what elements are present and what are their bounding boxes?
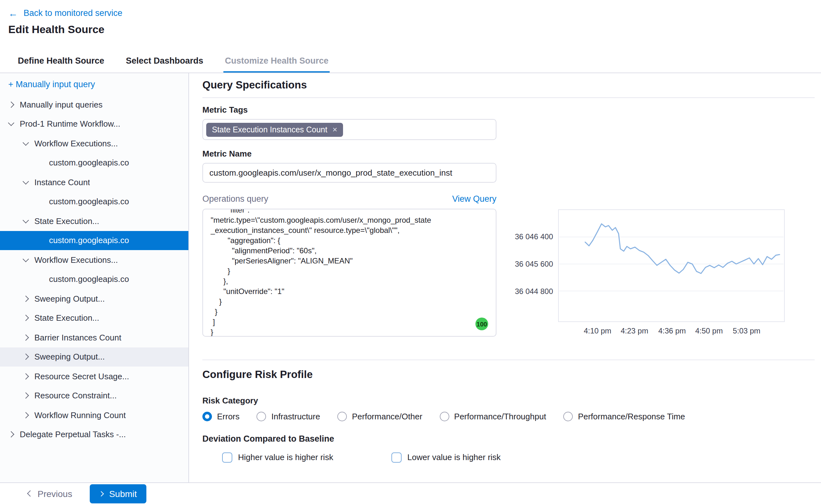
- chevron-right-icon[interactable]: [23, 373, 29, 380]
- metric-preview-chart: 36 046 40036 045 60036 044 800 4:10 pm4:…: [507, 209, 785, 322]
- configure-risk-profile-heading: Configure Risk Profile: [202, 368, 815, 382]
- checkbox-label: Lower value is higher risk: [407, 452, 501, 462]
- chart-x-axis: 4:10 pm4:23 pm4:36 pm4:50 pm5:03 pm: [559, 326, 784, 337]
- chevron-right-icon[interactable]: [23, 412, 29, 418]
- page-header: ← Back to monitored service Edit Health …: [0, 0, 821, 38]
- tree-item-label: Workflow Running Count: [34, 410, 126, 420]
- tree-item-label: custom.googleapis.co: [49, 275, 129, 284]
- radio-icon[interactable]: [257, 412, 266, 421]
- metric-tag-chip-label: State Execution Instances Count: [212, 125, 327, 134]
- radio-icon[interactable]: [202, 412, 212, 421]
- view-query-link[interactable]: View Query: [452, 194, 496, 204]
- section-divider: [202, 97, 815, 98]
- tree-item-label: Manually input queries: [20, 100, 102, 109]
- tree-item-state-execution-11[interactable]: State Execution...: [0, 308, 188, 328]
- operations-query-editor[interactable]: "filter": "metric.type=\"custom.googleap…: [202, 209, 496, 337]
- radio-label: Performance/Throughput: [454, 412, 546, 421]
- metric-line-chart: [559, 210, 784, 321]
- radio-label: Infrastructure: [271, 412, 320, 421]
- tree-item-custom-googleapis-co-9[interactable]: custom.googleapis.co: [0, 269, 188, 289]
- chevron-right-icon[interactable]: [8, 431, 14, 438]
- risk-category-performance-other[interactable]: Performance/Other: [337, 412, 422, 421]
- tree-item-workflow-running-count-16[interactable]: Workflow Running Count: [0, 405, 188, 425]
- tree-item-label: Sweeping Output...: [34, 352, 105, 362]
- metric-tags-label: Metric Tags: [202, 105, 815, 115]
- tree-item-sweeping-output-13[interactable]: Sweeping Output...: [0, 347, 188, 367]
- x-axis-tick-label: 4:36 pm: [658, 326, 686, 335]
- checkbox-icon[interactable]: [391, 452, 402, 462]
- x-axis-tick-label: 5:03 pm: [733, 326, 761, 335]
- operations-query-label: Operations query: [202, 194, 268, 204]
- y-axis-tick-label: 36 045 600: [515, 260, 553, 269]
- back-to-monitored-service-link[interactable]: ← Back to monitored service: [8, 7, 123, 18]
- chevron-right-icon[interactable]: [23, 393, 29, 399]
- manually-input-query-link[interactable]: + Manually input query: [0, 73, 188, 95]
- chevron-right-icon[interactable]: [23, 334, 29, 341]
- tree-item-label: custom.googleapis.co: [49, 236, 129, 245]
- metric-name-input[interactable]: [202, 163, 496, 183]
- tree-item-state-execution-6[interactable]: State Execution...: [0, 211, 188, 231]
- chevron-right-icon[interactable]: [23, 315, 29, 321]
- back-arrow-icon: ←: [8, 8, 18, 17]
- chevron-right-icon[interactable]: [8, 101, 14, 108]
- radio-icon[interactable]: [337, 412, 347, 421]
- deviation-higher-value-is-higher-risk[interactable]: Higher value is higher risk: [222, 452, 391, 462]
- radio-label: Performance/Other: [352, 412, 422, 421]
- tab-define-health-source[interactable]: Define Health Source: [17, 50, 106, 73]
- submit-button[interactable]: Submit: [90, 484, 146, 503]
- tree-item-sweeping-output-10[interactable]: Sweeping Output...: [0, 289, 188, 308]
- chevron-down-icon[interactable]: [8, 120, 14, 126]
- x-axis-tick-label: 4:23 pm: [621, 326, 648, 335]
- risk-category-label: Risk Category: [202, 396, 815, 406]
- risk-category-performance-response-time[interactable]: Performance/Response Time: [563, 412, 685, 421]
- chevron-down-icon[interactable]: [23, 217, 29, 223]
- tree-item-delegate-perpetual-tasks-17[interactable]: Delegate Perpetual Tasks -...: [0, 425, 188, 444]
- tree-item-resource-secret-usage-14[interactable]: Resource Secret Usage...: [0, 367, 188, 386]
- metric-tags-input[interactable]: State Execution Instances Count ×: [202, 119, 496, 140]
- x-axis-tick-label: 4:10 pm: [584, 326, 611, 335]
- tab-select-dashboards[interactable]: Select Dashboards: [125, 50, 205, 73]
- radio-icon[interactable]: [439, 412, 449, 421]
- edit-health-source-page: ← Back to monitored service Edit Health …: [0, 0, 821, 504]
- tree-item-custom-googleapis-co-3[interactable]: custom.googleapis.co: [0, 153, 188, 172]
- metric-name-label: Metric Name: [202, 149, 815, 158]
- previous-button[interactable]: Previous: [28, 488, 72, 499]
- radio-label: Errors: [217, 412, 240, 421]
- checkbox-icon[interactable]: [222, 452, 232, 462]
- tree-item-custom-googleapis-co-5[interactable]: custom.googleapis.co: [0, 192, 188, 211]
- tree-item-barrier-instances-count-12[interactable]: Barrier Instances Count: [0, 328, 188, 347]
- tree-item-resource-constraint-15[interactable]: Resource Constraint...: [0, 386, 188, 405]
- operations-query-row: Operations query View Query: [202, 193, 496, 204]
- tree-item-manually-input-queries-0[interactable]: Manually input queries: [0, 95, 188, 114]
- chevron-left-icon: [27, 490, 33, 497]
- deviation-lower-value-is-higher-risk[interactable]: Lower value is higher risk: [391, 452, 501, 462]
- metric-tag-chip[interactable]: State Execution Instances Count ×: [206, 123, 343, 137]
- radio-icon[interactable]: [563, 412, 573, 421]
- tree-item-instance-count-4[interactable]: Instance Count: [0, 172, 188, 192]
- tree-item-workflow-executions-2[interactable]: Workflow Executions...: [0, 134, 188, 153]
- page-body: + Manually input query Manually input qu…: [0, 73, 821, 482]
- risk-category-performance-throughput[interactable]: Performance/Throughput: [439, 412, 546, 421]
- footer-bar: Previous Submit: [0, 482, 821, 504]
- risk-category-errors[interactable]: Errors: [202, 412, 240, 421]
- tree-item-prod-1-runtime-workflow-1[interactable]: Prod-1 Runtime Workflow...: [0, 114, 188, 134]
- tree-item-label: Sweeping Output...: [34, 294, 105, 304]
- tab-customize-health-source[interactable]: Customize Health Source: [224, 50, 330, 73]
- radio-label: Performance/Response Time: [578, 412, 685, 421]
- chevron-right-icon[interactable]: [23, 296, 29, 302]
- tree-item-workflow-executions-8[interactable]: Workflow Executions...: [0, 250, 188, 269]
- chevron-down-icon[interactable]: [23, 178, 29, 185]
- y-axis-tick-label: 36 046 400: [515, 232, 553, 241]
- chart-plot-area: 4:10 pm4:23 pm4:36 pm4:50 pm5:03 pm: [558, 209, 785, 322]
- tree-item-label: custom.googleapis.co: [49, 158, 129, 168]
- chevron-right-icon[interactable]: [23, 354, 29, 360]
- tree-item-custom-googleapis-co-7[interactable]: custom.googleapis.co: [0, 231, 188, 250]
- chip-close-icon[interactable]: ×: [333, 125, 337, 134]
- checkbox-label: Higher value is higher risk: [238, 452, 333, 462]
- chevron-down-icon[interactable]: [23, 256, 29, 262]
- y-axis-tick-label: 36 044 800: [515, 287, 553, 296]
- risk-category-infrastructure[interactable]: Infrastructure: [257, 412, 320, 421]
- chevron-down-icon[interactable]: [23, 139, 29, 146]
- deviation-options: Higher value is higher riskLower value i…: [202, 452, 815, 463]
- tree-item-label: Resource Constraint...: [34, 391, 117, 401]
